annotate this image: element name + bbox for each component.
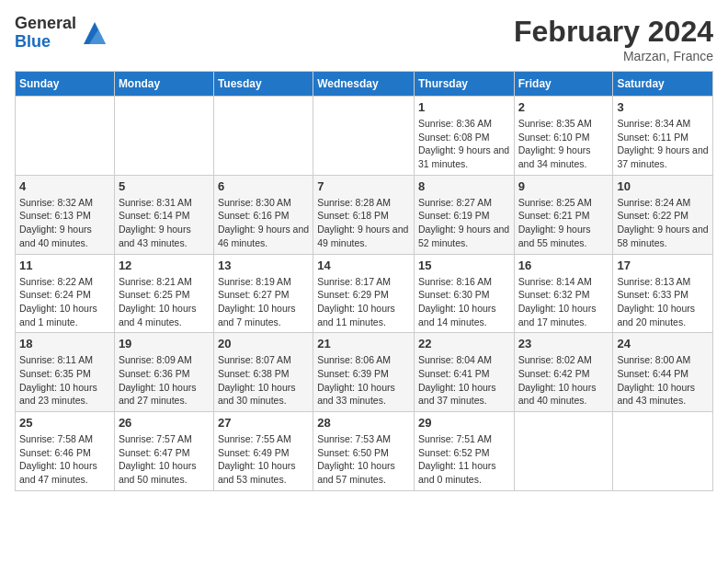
day-number: 23	[518, 337, 609, 350]
calendar-cell: 1Sunrise: 8:36 AM Sunset: 6:08 PM Daylig…	[414, 97, 514, 176]
calendar-cell: 2Sunrise: 8:35 AM Sunset: 6:10 PM Daylig…	[514, 97, 613, 176]
day-header-friday: Friday	[514, 72, 613, 97]
day-info: Sunrise: 8:25 AM Sunset: 6:21 PM Dayligh…	[518, 196, 609, 250]
day-info: Sunrise: 7:57 AM Sunset: 6:47 PM Dayligh…	[119, 432, 210, 487]
day-number: 29	[418, 416, 510, 430]
calendar-week-row: 18Sunrise: 8:11 AM Sunset: 6:35 PM Dayli…	[16, 333, 713, 412]
day-info: Sunrise: 8:11 AM Sunset: 6:35 PM Dayligh…	[19, 353, 110, 408]
day-number: 5	[119, 179, 210, 193]
title-section: February 2024 Marzan, France	[514, 15, 713, 63]
calendar-cell: 29Sunrise: 7:51 AM Sunset: 6:52 PM Dayli…	[414, 412, 514, 491]
day-number: 27	[218, 416, 309, 430]
calendar-cell: 22Sunrise: 8:04 AM Sunset: 6:41 PM Dayli…	[414, 333, 514, 412]
calendar-cell: 6Sunrise: 8:30 AM Sunset: 6:16 PM Daylig…	[213, 175, 313, 254]
day-info: Sunrise: 8:14 AM Sunset: 6:32 PM Dayligh…	[518, 275, 609, 329]
month-title: February 2024	[514, 15, 713, 49]
calendar-week-row: 11Sunrise: 8:22 AM Sunset: 6:24 PM Dayli…	[16, 254, 713, 333]
day-number: 19	[119, 337, 210, 350]
logo-general: General	[15, 15, 76, 33]
logo: General Blue	[15, 15, 109, 52]
day-number: 21	[317, 337, 410, 350]
day-number: 9	[518, 179, 609, 193]
day-info: Sunrise: 8:21 AM Sunset: 6:25 PM Dayligh…	[119, 275, 210, 329]
day-header-tuesday: Tuesday	[213, 72, 313, 97]
calendar-cell: 13Sunrise: 8:19 AM Sunset: 6:27 PM Dayli…	[213, 254, 313, 333]
calendar-cell: 14Sunrise: 8:17 AM Sunset: 6:29 PM Dayli…	[313, 254, 415, 333]
day-info: Sunrise: 8:24 AM Sunset: 6:22 PM Dayligh…	[617, 196, 709, 250]
calendar-cell	[114, 97, 213, 176]
day-info: Sunrise: 8:06 AM Sunset: 6:39 PM Dayligh…	[317, 353, 410, 408]
day-info: Sunrise: 7:53 AM Sunset: 6:50 PM Dayligh…	[317, 432, 410, 487]
day-number: 6	[218, 179, 309, 193]
calendar-header-row: SundayMondayTuesdayWednesdayThursdayFrid…	[16, 72, 713, 97]
calendar-cell: 15Sunrise: 8:16 AM Sunset: 6:30 PM Dayli…	[414, 254, 514, 333]
day-header-wednesday: Wednesday	[313, 72, 415, 97]
day-info: Sunrise: 8:31 AM Sunset: 6:14 PM Dayligh…	[119, 196, 210, 250]
calendar-cell: 7Sunrise: 8:28 AM Sunset: 6:18 PM Daylig…	[313, 175, 415, 254]
calendar-week-row: 1Sunrise: 8:36 AM Sunset: 6:08 PM Daylig…	[16, 97, 713, 176]
calendar-cell: 21Sunrise: 8:06 AM Sunset: 6:39 PM Dayli…	[313, 333, 415, 412]
page-header: General Blue February 2024 Marzan, Franc…	[15, 15, 713, 63]
day-number: 3	[617, 100, 709, 114]
day-info: Sunrise: 7:58 AM Sunset: 6:46 PM Dayligh…	[19, 432, 110, 487]
calendar-week-row: 25Sunrise: 7:58 AM Sunset: 6:46 PM Dayli…	[16, 412, 713, 491]
day-info: Sunrise: 8:00 AM Sunset: 6:44 PM Dayligh…	[617, 353, 709, 408]
day-info: Sunrise: 8:22 AM Sunset: 6:24 PM Dayligh…	[19, 275, 110, 329]
location-subtitle: Marzan, France	[514, 49, 713, 63]
day-number: 14	[317, 259, 410, 272]
calendar-cell	[16, 97, 115, 176]
day-info: Sunrise: 8:32 AM Sunset: 6:13 PM Dayligh…	[19, 196, 110, 250]
calendar-cell: 3Sunrise: 8:34 AM Sunset: 6:11 PM Daylig…	[613, 97, 713, 176]
calendar-week-row: 4Sunrise: 8:32 AM Sunset: 6:13 PM Daylig…	[16, 175, 713, 254]
day-info: Sunrise: 8:19 AM Sunset: 6:27 PM Dayligh…	[218, 275, 309, 329]
calendar-cell	[613, 412, 713, 491]
calendar-cell	[313, 97, 415, 176]
day-number: 7	[317, 179, 410, 193]
calendar-cell: 25Sunrise: 7:58 AM Sunset: 6:46 PM Dayli…	[16, 412, 115, 491]
day-info: Sunrise: 8:17 AM Sunset: 6:29 PM Dayligh…	[317, 275, 410, 329]
calendar-cell: 11Sunrise: 8:22 AM Sunset: 6:24 PM Dayli…	[16, 254, 115, 333]
day-number: 11	[19, 259, 110, 272]
calendar-cell: 27Sunrise: 7:55 AM Sunset: 6:49 PM Dayli…	[213, 412, 313, 491]
day-info: Sunrise: 8:09 AM Sunset: 6:36 PM Dayligh…	[119, 353, 210, 408]
logo-blue: Blue	[15, 33, 76, 52]
day-info: Sunrise: 8:35 AM Sunset: 6:10 PM Dayligh…	[518, 117, 609, 171]
day-number: 20	[218, 337, 309, 350]
day-info: Sunrise: 7:51 AM Sunset: 6:52 PM Dayligh…	[418, 432, 510, 487]
day-number: 26	[119, 416, 210, 430]
day-header-monday: Monday	[114, 72, 213, 97]
calendar-cell	[514, 412, 613, 491]
day-info: Sunrise: 8:27 AM Sunset: 6:19 PM Dayligh…	[418, 196, 510, 250]
day-number: 25	[19, 416, 110, 430]
day-number: 2	[518, 100, 609, 114]
day-info: Sunrise: 8:36 AM Sunset: 6:08 PM Dayligh…	[418, 117, 510, 171]
day-number: 28	[317, 416, 410, 430]
calendar-cell: 23Sunrise: 8:02 AM Sunset: 6:42 PM Dayli…	[514, 333, 613, 412]
calendar-table: SundayMondayTuesdayWednesdayThursdayFrid…	[15, 71, 713, 491]
calendar-cell: 19Sunrise: 8:09 AM Sunset: 6:36 PM Dayli…	[114, 333, 213, 412]
day-number: 18	[19, 337, 110, 350]
calendar-cell: 4Sunrise: 8:32 AM Sunset: 6:13 PM Daylig…	[16, 175, 115, 254]
calendar-cell: 12Sunrise: 8:21 AM Sunset: 6:25 PM Dayli…	[114, 254, 213, 333]
calendar-cell: 17Sunrise: 8:13 AM Sunset: 6:33 PM Dayli…	[613, 254, 713, 333]
day-info: Sunrise: 7:55 AM Sunset: 6:49 PM Dayligh…	[218, 432, 309, 487]
calendar-cell: 24Sunrise: 8:00 AM Sunset: 6:44 PM Dayli…	[613, 333, 713, 412]
logo-icon	[80, 18, 109, 48]
day-number: 15	[418, 259, 510, 272]
day-number: 22	[418, 337, 510, 350]
day-info: Sunrise: 8:34 AM Sunset: 6:11 PM Dayligh…	[617, 117, 709, 171]
day-header-thursday: Thursday	[414, 72, 514, 97]
day-number: 17	[617, 259, 709, 272]
day-info: Sunrise: 8:04 AM Sunset: 6:41 PM Dayligh…	[418, 353, 510, 408]
day-number: 13	[218, 259, 309, 272]
day-info: Sunrise: 8:13 AM Sunset: 6:33 PM Dayligh…	[617, 275, 709, 329]
calendar-cell	[213, 97, 313, 176]
day-info: Sunrise: 8:30 AM Sunset: 6:16 PM Dayligh…	[218, 196, 309, 250]
day-info: Sunrise: 8:16 AM Sunset: 6:30 PM Dayligh…	[418, 275, 510, 329]
day-number: 12	[119, 259, 210, 272]
calendar-cell: 8Sunrise: 8:27 AM Sunset: 6:19 PM Daylig…	[414, 175, 514, 254]
day-info: Sunrise: 8:07 AM Sunset: 6:38 PM Dayligh…	[218, 353, 309, 408]
day-number: 16	[518, 259, 609, 272]
day-info: Sunrise: 8:28 AM Sunset: 6:18 PM Dayligh…	[317, 196, 410, 250]
day-header-sunday: Sunday	[16, 72, 115, 97]
